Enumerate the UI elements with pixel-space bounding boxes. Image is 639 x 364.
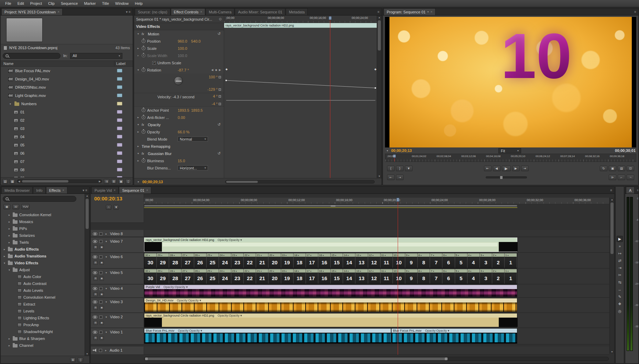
clip-menu-icon[interactable]: ▾ (186, 270, 187, 272)
effects-tree-row[interactable]: Auto Contrast (1, 280, 85, 287)
blurriness-value[interactable]: 15.0 (178, 159, 189, 163)
panel-menu-icon[interactable]: ≡ (375, 8, 382, 15)
clip-menu-icon[interactable]: ▾ (508, 270, 509, 272)
tab-program[interactable]: Program: Sequence 01 ▾ × (384, 8, 436, 15)
twirl-icon[interactable]: ▾ (136, 32, 140, 35)
stopwatch-icon[interactable] (142, 39, 145, 43)
menu-item-title[interactable]: Title (99, 0, 112, 7)
countdown-clip[interactable]: 23▾23 (231, 269, 244, 284)
delete-custom-item-icon[interactable]: ▯ (78, 357, 83, 362)
track-expand-twirl[interactable]: ▾ (104, 240, 108, 243)
track-expand-twirl[interactable]: ▸ (104, 232, 108, 235)
clip-design-04-hd[interactable]: Design_04_HD.mov Opacity:Opacity ▾ (144, 298, 517, 312)
clip-menu-icon[interactable]: ▾ (149, 254, 150, 256)
show-keyframes-icon[interactable]: ◆ (100, 277, 104, 280)
position-y-value[interactable]: 540.0 (191, 39, 203, 43)
clip-menu-icon[interactable]: ▾ (483, 270, 484, 272)
clip-menu-icon[interactable]: ▾ (483, 254, 484, 256)
value-box-icon[interactable] (219, 88, 221, 91)
pen-tool-icon[interactable]: ✎ (617, 294, 623, 300)
tab-audio-mixer[interactable]: Audio Mixer: Sequence 01 (235, 8, 285, 15)
countdown-clip[interactable]: 1▾1 (505, 253, 517, 268)
countdown-clip[interactable]: 3▾3 (480, 269, 492, 284)
program-ruler[interactable]: ;00;0000;01;04;0200;02;08;0400;03;12;060… (385, 154, 636, 162)
shuttle-slider[interactable] (486, 176, 527, 178)
countdown-clip[interactable]: 23▾23 (231, 253, 244, 268)
countdown-clip[interactable]: 9▾9 (405, 269, 418, 284)
scale-value[interactable]: 100.0 (178, 46, 189, 51)
clip-menu-icon[interactable]: ▾ (273, 270, 274, 272)
uniform-scale-checkbox[interactable]: ✓ (152, 61, 156, 65)
go-to-out-button[interactable]: ⇥ (521, 166, 529, 171)
track-lock-toggle[interactable] (99, 300, 102, 304)
jog-forward-button[interactable]: ⇢ (396, 175, 404, 180)
countdown-clip[interactable]: 6▾6 (442, 253, 455, 268)
value-box-icon[interactable] (219, 95, 221, 98)
countdown-clip[interactable]: 12▾12 (368, 253, 381, 268)
panel-menu-icon[interactable]: ≡ (635, 187, 639, 194)
twirl-icon[interactable]: ▸ (8, 220, 11, 223)
clip-menu-icon[interactable]: ▾ (211, 254, 212, 256)
effects-tree-row[interactable]: Lighting Effects (1, 315, 85, 321)
search-in-dropdown[interactable]: All ▾ (70, 53, 122, 59)
project-item-row[interactable]: Blue Focus PAL.mov (1, 67, 133, 75)
countdown-clip[interactable]: 14▾14 (343, 269, 355, 284)
project-item-row[interactable]: ▾Numbers (1, 100, 133, 108)
param-anti-flicker-row[interactable]: ▸ Anti-flicker ... 0.00 (134, 114, 224, 121)
chevron-down-icon[interactable]: ▾ (427, 10, 429, 13)
clip-menu-icon[interactable]: ▾ (198, 270, 199, 272)
fit-dropdown[interactable]: Fit ▾ (498, 148, 521, 153)
clip-menu-icon[interactable]: ▾ (310, 270, 311, 272)
clip-opacity-label[interactable]: Opacity:Opacity ▾ (218, 238, 242, 242)
countdown-clip[interactable]: 4▾4 (467, 269, 480, 284)
tab-metadata[interactable]: Metadata (286, 8, 308, 15)
stopwatch-icon[interactable] (142, 68, 145, 72)
countdown-clip[interactable]: 22▾22 (244, 269, 256, 284)
clip-menu-icon[interactable]: ▾ (273, 254, 274, 256)
label-chip[interactable] (117, 102, 122, 106)
jog-back-button[interactable]: ⇠ (387, 175, 395, 180)
effects-tree-row[interactable]: Auto Color (1, 273, 85, 280)
ec-clip-duration-bar[interactable]: rays_vector_background Circle radiation … (224, 23, 377, 28)
stopwatch-icon[interactable] (142, 115, 145, 119)
clip-menu-icon[interactable]: ▾ (470, 254, 471, 256)
clip-menu-icon[interactable]: ▾ (186, 254, 187, 256)
label-chip[interactable] (117, 143, 122, 147)
label-chip[interactable] (117, 151, 122, 155)
keyframe-icon[interactable]: ◆ (225, 68, 228, 71)
track-expand-twirl[interactable]: ▾ (104, 316, 108, 319)
clip-title-strip[interactable]: rays_vector_background Circle radiation … (144, 238, 517, 242)
twirl-icon[interactable]: ▾ (386, 149, 389, 152)
tab-source[interactable]: Source: (no clips) (135, 8, 170, 15)
label-chip[interactable] (117, 118, 122, 122)
timeline-vertical-scrollbar[interactable]: ▲ ▼ (609, 198, 614, 354)
zoom-handle-right[interactable] (445, 357, 448, 360)
countdown-clip[interactable]: 29▾29 (157, 269, 169, 284)
twirl-icon[interactable]: ▸ (136, 54, 140, 57)
step-forward-button[interactable]: ▶ (512, 166, 520, 171)
show-hide-timeline-icon[interactable]: ⊙ (219, 17, 222, 21)
project-item-row[interactable]: Light Graphic.mov (1, 91, 133, 100)
countdown-clip[interactable]: 24▾24 (219, 253, 231, 268)
set-display-style-icon[interactable]: ⊞ (93, 277, 98, 280)
effects-tree-row[interactable]: ▸Solarizes (1, 232, 85, 239)
snap-toggle-icon[interactable]: ∩ (106, 205, 111, 210)
show-keyframes-icon[interactable]: ◆ (100, 293, 104, 296)
clear-trash-icon[interactable]: ▯ (125, 179, 131, 184)
countdown-clip[interactable]: 19▾19 (281, 253, 294, 268)
countdown-clip[interactable]: 1▾1 (505, 269, 517, 284)
panel-menu-icon[interactable]: ▾ ≡ (80, 187, 89, 194)
track-expand-twirl[interactable]: ▾ (104, 331, 108, 334)
countdown-clip[interactable]: 9▾9 (405, 253, 418, 268)
project-item-row[interactable]: 05 (1, 141, 133, 149)
extract-button[interactable]: ¬ (627, 175, 634, 180)
track-expand-twirl[interactable]: ▾ (104, 300, 108, 304)
slide-tool-icon[interactable]: ↔ (617, 286, 623, 293)
track-select-tool-icon[interactable]: » (617, 243, 623, 249)
menu-item-sequence[interactable]: Sequence (58, 0, 81, 7)
go-to-in-button[interactable]: ⇤ (484, 166, 492, 171)
show-keyframes-icon[interactable]: ◆ (100, 245, 104, 249)
clip-menu-icon[interactable]: ▾ (421, 270, 422, 272)
toggle-track-output-icon[interactable] (93, 316, 97, 319)
countdown-clip[interactable]: 5▾5 (455, 269, 467, 284)
